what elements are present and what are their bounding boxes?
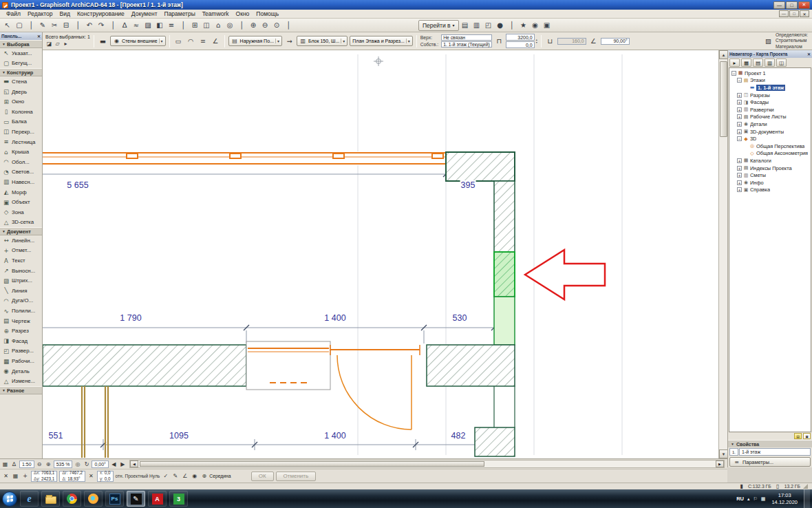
mdi-close-icon[interactable]: ✕: [800, 10, 809, 17]
taskbar-item-photoshop[interactable]: Ps: [105, 491, 124, 507]
tree-item-interior-elevations[interactable]: +▥Развертки: [729, 106, 811, 114]
menu-item[interactable]: Редактор: [24, 10, 56, 17]
toolbar-icon[interactable]: ⌂: [213, 20, 224, 31]
geometry-chained-icon[interactable]: ≡: [198, 36, 209, 46]
toolbar-icon[interactable]: ✎: [37, 20, 48, 31]
tree-item-project[interactable]: −▦Проект 1: [729, 70, 811, 77]
top-link-value[interactable]: Не связан: [441, 34, 492, 41]
confirm-icon[interactable]: ✓: [162, 472, 169, 480]
taskbar-item-ie[interactable]: e: [20, 491, 39, 507]
menu-item[interactable]: Окно: [233, 10, 253, 17]
tree-item-worksheets[interactable]: +▤Рабочие Листы: [729, 114, 811, 121]
toolbar-icon[interactable]: ◎: [224, 20, 235, 31]
show-desktop-button[interactable]: [804, 489, 810, 508]
dimension-label[interactable]: 1 400: [323, 431, 346, 441]
toolbar-icon[interactable]: ⊞: [189, 20, 200, 31]
toolbar-icon[interactable]: ✂: [49, 20, 60, 31]
scrollbar-thumb[interactable]: [720, 61, 727, 137]
taskbar-item-archicad[interactable]: ✎: [127, 491, 145, 507]
window-symbol[interactable]: [246, 341, 330, 390]
toolbar-icon[interactable]: ▢: [14, 20, 25, 31]
dimension-label[interactable]: 551: [48, 431, 64, 441]
expand-icon[interactable]: +: [737, 100, 742, 105]
ok-button[interactable]: ОК: [251, 472, 274, 481]
toolbox-tool[interactable]: ▨ Штрих...: [0, 275, 42, 286]
scale-display[interactable]: 1:50: [19, 461, 34, 468]
toolbar-icon[interactable]: ⊟: [61, 20, 72, 31]
tree-item-3d[interactable]: −◆3D: [729, 135, 811, 142]
grid-snap-icon[interactable]: ▦: [12, 472, 19, 480]
taskbar-item-green-app[interactable]: 3: [169, 491, 188, 507]
layout-book-icon[interactable]: ▥: [765, 59, 775, 67]
toolbox-tool[interactable]: ⊕ Разрез: [0, 326, 42, 336]
tree-item-elevations[interactable]: +◨Фасады: [729, 98, 811, 106]
toolbar-icon[interactable]: ▣: [542, 20, 553, 31]
toolbar-icon[interactable]: ≈: [131, 20, 142, 31]
view-map-icon[interactable]: ▤: [753, 59, 763, 67]
project-chooser-icon[interactable]: ▸: [729, 59, 740, 67]
tree-item-sections[interactable]: +◫Разрезы: [729, 92, 811, 99]
toolbox-tool[interactable]: ▯ Колонна: [0, 107, 42, 117]
toolbox-tool[interactable]: ▭ Балка: [0, 117, 42, 127]
taskbar-clock[interactable]: 17:03 14.12.2020: [769, 492, 800, 505]
expand-icon[interactable]: +: [737, 107, 742, 112]
toolbar-icon[interactable]: ★: [518, 20, 529, 31]
toolbar-icon[interactable]: ◧: [154, 20, 165, 31]
red-arrow-annotation[interactable]: [525, 250, 605, 299]
toolbox-tool[interactable]: ⊞ Окно: [0, 96, 42, 107]
tree-item-axonometry[interactable]: +◇Общая Аксонометрия: [729, 150, 811, 158]
toolbox-tool[interactable]: ≡ Лестница: [0, 137, 42, 147]
toolbox-tool[interactable]: ▢ Бегущ...: [0, 59, 42, 69]
resize-grip[interactable]: [803, 484, 808, 489]
tree-item-lists[interactable]: +▥Сметы: [729, 171, 811, 179]
tracker-icon[interactable]: ✕: [87, 472, 95, 480]
column-lines[interactable]: [82, 386, 108, 458]
menu-item[interactable]: Файл: [3, 10, 24, 17]
goto-dropdown[interactable]: Перейти в▾: [418, 20, 459, 31]
mdi-restore-icon[interactable]: □: [789, 10, 799, 17]
toolbox-tool[interactable]: ∿ Полили...: [0, 306, 42, 316]
edit-icon[interactable]: ✎: [171, 472, 179, 480]
expand-icon[interactable]: +: [737, 166, 742, 171]
toolbox-tool[interactable]: ╲ Линия: [0, 286, 42, 296]
toolbox-tool[interactable]: ◰ Развер...: [0, 346, 42, 357]
tree-item-stories[interactable]: −▤Этажи: [729, 77, 811, 85]
toolbox-tool[interactable]: ◔ Светов...: [0, 167, 42, 178]
toolbar-icon[interactable]: ↖: [2, 20, 13, 31]
horizontal-scrollbar[interactable]: ◀ ▶: [129, 460, 725, 468]
expand-icon[interactable]: +: [737, 180, 742, 185]
toolbar-icon[interactable]: ⊕: [248, 20, 259, 31]
toolbar-icon[interactable]: ↶: [84, 20, 95, 31]
spinner-icon[interactable]: ▴▾: [536, 39, 537, 44]
taskbar-item-explorer[interactable]: [41, 491, 60, 507]
toolbox-tool[interactable]: ▦ Рабочи...: [0, 356, 42, 366]
tree-item-schedules[interactable]: +▦Каталоги: [729, 157, 811, 165]
building-material-dropdown[interactable]: ▥ Блок 150, Ш... ▾: [297, 36, 348, 46]
toolbar-icon[interactable]: │: [72, 20, 83, 31]
collapse-icon[interactable]: −: [731, 71, 736, 76]
hidden-icons-icon[interactable]: ▴: [747, 496, 750, 502]
zoom-out-icon[interactable]: ⊖: [36, 461, 43, 468]
toolbox-tool[interactable]: ▤ Чертеж: [0, 316, 42, 326]
toolbar-icon[interactable]: ▥: [471, 20, 482, 31]
toolbox-tool[interactable]: ◫ Перекр...: [0, 127, 42, 137]
display-mode-button[interactable]: План Этажа и Разрез... ▾: [350, 36, 412, 46]
toolbar-icon[interactable]: ▤: [460, 20, 471, 31]
settings-button[interactable]: ≡ Параметры...: [729, 457, 811, 467]
magnet-snap-icon[interactable]: ◉: [191, 472, 198, 480]
toolbox-section-design[interactable]: ▼ Конструир: [0, 68, 42, 76]
toolbox-tool[interactable]: ↗ Выносн...: [0, 266, 42, 276]
toolbox-tool[interactable]: △ Измене...: [0, 376, 42, 386]
toolbar-icon[interactable]: │: [107, 20, 118, 31]
rotate-view-icon[interactable]: ↻: [83, 461, 90, 468]
tree-item-help[interactable]: +▣Справка: [729, 187, 811, 194]
toolbar-icon[interactable]: ●: [495, 20, 506, 31]
toolbox-section-misc[interactable]: ▼ Разное: [0, 386, 42, 394]
close-icon[interactable]: ✕: [798, 1, 810, 9]
toolbar-icon[interactable]: │: [506, 20, 517, 31]
toolbar-icon[interactable]: ⊖: [259, 20, 270, 31]
toolbox-tool[interactable]: ↖ Указат...: [0, 48, 42, 59]
toolbox-tool[interactable]: ◨ Фасад: [0, 336, 42, 346]
menu-item[interactable]: Документ: [128, 10, 161, 17]
expand-icon[interactable]: +: [737, 114, 742, 119]
